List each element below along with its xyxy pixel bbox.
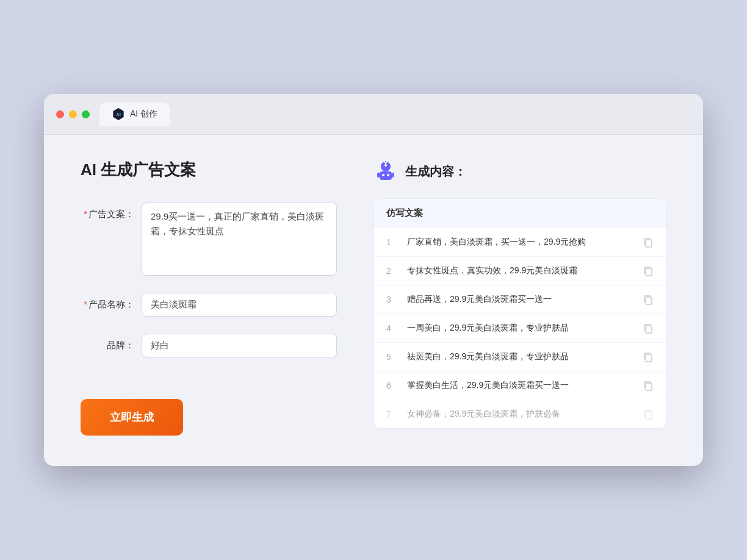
ad-copy-label: *广告文案： xyxy=(81,203,142,220)
copy-icon-1[interactable] xyxy=(643,237,654,248)
table-header: 仿写文案 xyxy=(374,199,666,228)
copy-icon-6[interactable] xyxy=(643,380,654,391)
row-text-7: 女神必备，29.9元美白淡斑霜，护肤必备 xyxy=(407,409,633,420)
svg-point-8 xyxy=(384,160,387,163)
row-num-3: 3 xyxy=(386,295,397,304)
browser-window: AI AI 创作 AI 生成广告文案 *广告文案： 29.9买一送一，真正的厂家… xyxy=(44,94,703,466)
traffic-lights xyxy=(56,110,90,118)
svg-point-4 xyxy=(382,174,384,176)
table-row: 5 祛斑美白，29.9元美白淡斑霜，专业护肤品 xyxy=(374,342,666,371)
row-text-3: 赠品再送，29.9元美白淡斑霜买一送一 xyxy=(407,294,633,305)
table-row: 1 厂家直销，美白淡斑霜，买一送一，29.9元抢购 xyxy=(374,228,666,256)
close-button[interactable] xyxy=(56,110,64,118)
ad-copy-input[interactable]: 29.9买一送一，真正的厂家直销，美白淡斑霜，专抹女性斑点 xyxy=(142,203,337,276)
content-area: AI 生成广告文案 *广告文案： 29.9买一送一，真正的厂家直销，美白淡斑霜，… xyxy=(44,135,703,466)
table-row: 2 专抹女性斑点，真实功效，29.9元美白淡斑霜 xyxy=(374,256,666,285)
row-num-2: 2 xyxy=(386,266,397,276)
result-header: 生成内容： xyxy=(374,159,666,184)
page-title: AI 生成广告文案 xyxy=(81,159,337,181)
result-title: 生成内容： xyxy=(405,163,466,180)
svg-rect-9 xyxy=(377,173,380,178)
generate-button[interactable]: 立即生成 xyxy=(81,399,183,436)
left-panel: AI 生成广告文案 *广告文案： 29.9买一送一，真正的厂家直销，美白淡斑霜，… xyxy=(81,159,337,436)
tab-label: AI 创作 xyxy=(130,109,157,120)
svg-rect-10 xyxy=(392,173,394,178)
product-name-input[interactable] xyxy=(142,293,337,317)
row-num-1: 1 xyxy=(386,237,397,247)
right-panel: 生成内容： 仿写文案 1 厂家直销，美白淡斑霜，买一送一，29.9元抢购 2 专… xyxy=(374,159,666,436)
product-name-label: *产品名称： xyxy=(81,293,142,311)
row-text-2: 专抹女性斑点，真实功效，29.9元美白淡斑霜 xyxy=(407,265,633,276)
row-text-1: 厂家直销，美白淡斑霜，买一送一，29.9元抢购 xyxy=(407,237,633,248)
product-name-required: * xyxy=(84,299,87,309)
row-num-4: 4 xyxy=(386,323,397,333)
maximize-button[interactable] xyxy=(82,110,90,118)
copy-icon-7[interactable] xyxy=(643,409,654,420)
row-num-5: 5 xyxy=(386,352,397,362)
brand-label: 品牌： xyxy=(81,334,142,351)
table-row: 3 赠品再送，29.9元美白淡斑霜买一送一 xyxy=(374,285,666,314)
row-text-4: 一周美白，29.9元美白淡斑霜，专业护肤品 xyxy=(407,323,633,334)
svg-rect-12 xyxy=(646,268,652,276)
svg-rect-17 xyxy=(646,412,652,419)
ad-copy-required: * xyxy=(84,209,87,219)
svg-rect-14 xyxy=(646,326,652,333)
table-row: 6 掌握美白生活，29.9元美白淡斑霜买一送一 xyxy=(374,371,666,400)
brand-input[interactable] xyxy=(142,334,337,357)
row-num-6: 6 xyxy=(386,381,397,390)
tab-ai-creation[interactable]: AI AI 创作 xyxy=(99,102,170,126)
svg-rect-3 xyxy=(380,171,392,180)
robot-icon xyxy=(374,159,398,184)
row-text-5: 祛斑美白，29.9元美白淡斑霜，专业护肤品 xyxy=(407,351,633,362)
svg-rect-11 xyxy=(646,240,652,247)
table-row: 4 一周美白，29.9元美白淡斑霜，专业护肤品 xyxy=(374,314,666,342)
table-row: 7 女神必备，29.9元美白淡斑霜，护肤必备 xyxy=(374,400,666,428)
svg-rect-13 xyxy=(646,297,652,304)
brand-group: 品牌： xyxy=(81,334,337,357)
copy-icon-5[interactable] xyxy=(643,351,654,362)
row-num-7: 7 xyxy=(386,409,397,419)
svg-text:AI: AI xyxy=(116,112,121,117)
title-bar: AI AI 创作 xyxy=(44,94,703,135)
result-table: 仿写文案 1 厂家直销，美白淡斑霜，买一送一，29.9元抢购 2 专抹女性斑点，… xyxy=(374,198,666,429)
row-text-6: 掌握美白生活，29.9元美白淡斑霜买一送一 xyxy=(407,380,633,391)
minimize-button[interactable] xyxy=(69,110,77,118)
copy-icon-4[interactable] xyxy=(643,323,654,334)
ai-tab-icon: AI xyxy=(112,107,125,121)
svg-rect-15 xyxy=(646,354,652,362)
product-name-group: *产品名称： xyxy=(81,293,337,317)
svg-point-5 xyxy=(387,174,389,176)
ad-copy-group: *广告文案： 29.9买一送一，真正的厂家直销，美白淡斑霜，专抹女性斑点 xyxy=(81,203,337,276)
copy-icon-2[interactable] xyxy=(643,265,654,276)
copy-icon-3[interactable] xyxy=(643,294,654,305)
svg-rect-16 xyxy=(646,383,652,390)
